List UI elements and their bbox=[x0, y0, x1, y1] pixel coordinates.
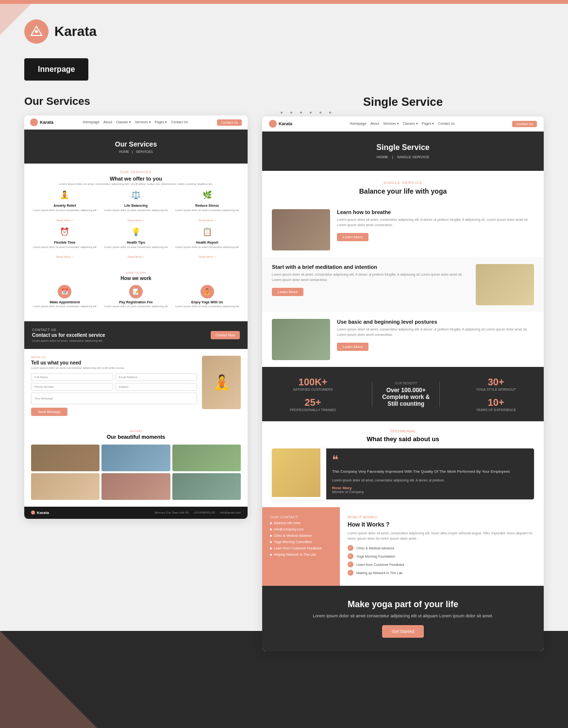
header: Karata bbox=[24, 19, 544, 44]
service-item-tips: 💡 Health Tips Lorem ipsum dolor sit amet… bbox=[102, 227, 170, 260]
postures-learn-more-btn[interactable]: Learn More bbox=[337, 343, 368, 351]
r-nav-classes[interactable]: Classes ▾ bbox=[403, 122, 418, 126]
enjoy-text: Lorem ipsum dolor sit amet consectetur a… bbox=[173, 305, 241, 308]
service-item-time: ⏰ Flexible Time Lorem ipsum dolor sit am… bbox=[31, 227, 99, 260]
postures-content: Use basic and beginning level postures L… bbox=[337, 319, 534, 351]
nav-homepage[interactable]: Homepage bbox=[83, 120, 99, 124]
subject-input[interactable]: Subject bbox=[116, 383, 198, 391]
balance-text: Lorem ipsum dolor sit amet consectetur a… bbox=[102, 209, 170, 213]
right-contact-btn[interactable]: Contact Us bbox=[512, 121, 537, 127]
appointment-name: Make Appointment bbox=[31, 300, 99, 304]
testimonial-desc: Lorem ipsum dolor sit amet, consectetur … bbox=[332, 479, 528, 482]
r-nav-homepage[interactable]: Homepage bbox=[350, 122, 366, 126]
right-logo-text: Karata bbox=[279, 121, 292, 126]
footer-info: Mercury City Town Hall 4B +00-0098461-90… bbox=[154, 511, 241, 514]
contact-dot-2 bbox=[270, 529, 272, 530]
nav-about[interactable]: About bbox=[103, 120, 112, 124]
r-nav-about[interactable]: About bbox=[370, 122, 379, 126]
gallery-img-2 bbox=[101, 445, 170, 471]
full-name-input[interactable]: Full Name bbox=[31, 373, 113, 381]
left-contact-btn[interactable]: Contact Us bbox=[217, 119, 242, 126]
footer-logo: Karata bbox=[31, 511, 49, 515]
yoga-cta-content: Make yoga part of your life Lorem ipsum … bbox=[272, 599, 534, 638]
enjoy-icon: 🧘 bbox=[200, 285, 214, 298]
cta-button[interactable]: Contact Now bbox=[211, 331, 240, 339]
how-works-item-1: ✓ Clinic & Medical advance bbox=[348, 545, 536, 551]
r-breadcrumb-home: HOME bbox=[377, 155, 388, 159]
right-preview-card: Karata Homepage About Services ▾ Classes… bbox=[262, 116, 544, 651]
breadcrumb-sep: | bbox=[132, 150, 133, 153]
left-breadcrumb: HOME | SERVICES bbox=[119, 150, 153, 153]
left-section-heading: Our Services bbox=[24, 95, 248, 108]
phone-input[interactable]: Phone Number bbox=[31, 383, 113, 391]
stat-trained-label: Professionally Trained bbox=[290, 408, 336, 412]
anxiety-link[interactable]: Read More > bbox=[56, 219, 73, 222]
breathe-image bbox=[272, 209, 330, 250]
main-container: Karata Innerpage Our Services Karata Hom… bbox=[0, 0, 568, 671]
how-works-item-2: ✓ Yoga Morning Foundation bbox=[348, 553, 536, 559]
time-name: Flexible Time bbox=[31, 241, 99, 244]
stat-customers-number: 100K+ bbox=[290, 377, 336, 388]
how-step-fee: 📝 Pay Registration Fee Lorem ipsum dolor… bbox=[102, 285, 170, 308]
how-works-list: ✓ Clinic & Medical advance ✓ Yoga Mornin… bbox=[348, 545, 536, 576]
balance-link[interactable]: Read More > bbox=[128, 219, 145, 222]
balance-icon: ⚖️ bbox=[130, 190, 142, 202]
gallery-img-6 bbox=[172, 473, 241, 500]
nav-services[interactable]: Services ▾ bbox=[135, 120, 151, 124]
nav-pages[interactable]: Pages ▾ bbox=[155, 120, 167, 124]
r-nav-contact[interactable]: Contact Us bbox=[438, 122, 455, 126]
yoga-cta-btn[interactable]: Get Started bbox=[382, 625, 424, 638]
check-icon-2: ✓ bbox=[348, 553, 353, 559]
balance-subtitle: SINGLE SERVICE bbox=[272, 181, 534, 185]
r-nav-pages[interactable]: Pages ▾ bbox=[422, 122, 434, 126]
service-row-postures: Use basic and beginning level postures L… bbox=[262, 312, 544, 367]
send-message-btn[interactable]: Send Message bbox=[31, 408, 67, 416]
stat-experience-number: 10+ bbox=[476, 397, 516, 408]
fee-text: Lorem ipsum dolor sit amet consectetur a… bbox=[102, 305, 170, 308]
breathe-content: Learn how to breathe Lorem ipsum dolor s… bbox=[337, 209, 534, 241]
message-input[interactable]: Your Message bbox=[31, 393, 197, 404]
how-step-enjoy: 🧘 Enjoy Yoga With Us Lorem ipsum dolor s… bbox=[173, 285, 241, 308]
testimonial-text: This Company Very Favorably Impressed Wi… bbox=[332, 469, 528, 475]
yoga-cta-section: Make yoga part of your life Lorem ipsum … bbox=[262, 586, 544, 651]
report-link[interactable]: Read More > bbox=[199, 255, 216, 258]
left-mini-logo: Karata bbox=[30, 118, 53, 126]
meditation-learn-more-btn[interactable]: Learn More bbox=[272, 288, 303, 296]
contact-info-item-3: Clinic & Medical advance bbox=[270, 534, 332, 537]
right-hero-title: Single Service bbox=[274, 143, 532, 152]
stress-text: Lorem ipsum dolor sit amet consectetur a… bbox=[173, 209, 241, 213]
balance-section: SINGLE SERVICE Balance your life with yo… bbox=[262, 171, 544, 202]
footer-phone: +00-0098461-90 bbox=[194, 511, 215, 514]
gallery-section: GALLERY Our beautiful moments bbox=[24, 423, 248, 507]
logo-svg bbox=[30, 25, 43, 38]
time-link[interactable]: Read More > bbox=[56, 255, 73, 258]
breathe-learn-more-btn[interactable]: Learn More bbox=[337, 233, 368, 241]
how-subtitle: HOW TO JOIN bbox=[31, 271, 241, 274]
two-col-layout: Our Services Karata Homepage About Class… bbox=[24, 95, 544, 651]
contact-dot-5 bbox=[270, 547, 272, 549]
left-hero: Our Services HOME | SERVICES bbox=[24, 130, 248, 164]
gallery-img-4 bbox=[31, 473, 100, 500]
services-main-title: What we offer to you bbox=[31, 176, 241, 182]
testimonial-image bbox=[272, 448, 320, 497]
yoga-cta-title: Make yoga part of your life bbox=[272, 599, 534, 610]
cta-desc: Lorem ipsum dolor sit amet, consectetur … bbox=[32, 339, 105, 342]
tips-link[interactable]: Read More > bbox=[128, 255, 145, 258]
stress-link[interactable]: Read More > bbox=[199, 219, 216, 222]
how-works-text-2: Yoga Morning Foundation bbox=[356, 555, 395, 558]
how-works-item-4: ✓ Making up Network In The Lab bbox=[348, 570, 536, 576]
footer-logo-dot bbox=[31, 511, 35, 514]
contact-subtitle: WRITE US bbox=[31, 356, 197, 359]
r-nav-services[interactable]: Services ▾ bbox=[383, 122, 399, 126]
nav-contact[interactable]: Contact Us bbox=[171, 120, 188, 124]
stress-icon: 🌿 bbox=[201, 190, 213, 202]
services-grid: 🧘 Anxiety Relief Lorem ipsum dolor sit a… bbox=[31, 190, 241, 260]
contact-info-item-6: Helping Network In The Lab bbox=[270, 553, 332, 556]
contact-info-item-5: Learn from Customer Feedback bbox=[270, 546, 332, 550]
how-works-item-3: ✓ Learn from Customer Feedback bbox=[348, 562, 536, 567]
meditation-text: Lorem ipsum dolor sit amet, consectetur … bbox=[272, 272, 469, 282]
how-title: How we work bbox=[31, 276, 241, 281]
nav-classes[interactable]: Classes ▾ bbox=[116, 120, 131, 124]
cta-title: Contact us for excellent service bbox=[32, 332, 105, 338]
email-input[interactable]: Email Address bbox=[116, 373, 198, 381]
